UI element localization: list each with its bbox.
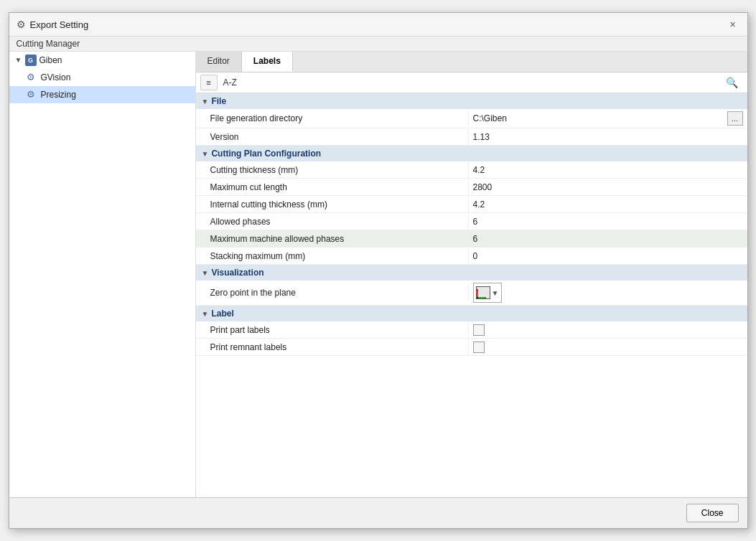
prop-value: … xyxy=(469,109,747,128)
print-remnant-labels-checkbox[interactable] xyxy=(473,342,485,353)
close-dialog-button[interactable]: Close xyxy=(686,504,739,522)
prop-value xyxy=(469,215,747,229)
gear-icon: ⚙ xyxy=(27,72,38,83)
zero-point-widget[interactable]: ▼ xyxy=(473,283,502,303)
subtitle-bar: Cutting Manager xyxy=(9,37,747,52)
prop-value xyxy=(469,322,747,338)
section-chevron-icon: ▼ xyxy=(202,269,209,277)
prop-label: Maximum cut length xyxy=(196,179,469,195)
section-visualization-label: Visualization xyxy=(211,268,263,278)
export-settings-dialog: ⚙ Export Setting × Cutting Manager ▼ G G… xyxy=(9,12,748,529)
section-file[interactable]: ▼ File xyxy=(196,93,747,109)
max-cut-length-input[interactable] xyxy=(473,182,743,192)
print-part-labels-checkbox[interactable] xyxy=(473,324,485,336)
dropdown-arrow-icon: ▼ xyxy=(492,289,499,297)
prop-stacking-max: Stacking maximum (mm) xyxy=(196,248,747,265)
tab-editor[interactable]: Editor xyxy=(196,52,242,72)
prop-value: ▼ xyxy=(469,281,747,305)
prop-label: Allowed phases xyxy=(196,214,469,230)
sidebar-item-label: GVision xyxy=(41,72,71,83)
max-machine-phases-input[interactable] xyxy=(473,234,743,244)
section-label-label: Label xyxy=(211,309,233,319)
version-input[interactable] xyxy=(473,132,743,142)
stacking-max-input[interactable] xyxy=(473,251,743,261)
prop-value-with-browse: … xyxy=(473,111,743,126)
settings-icon: ⚙ xyxy=(17,19,26,30)
prop-value xyxy=(469,180,747,194)
window-close-button[interactable]: × xyxy=(726,17,740,32)
section-cutting-plan-label: Cutting Plan Configuration xyxy=(211,149,321,159)
sidebar-item-presizing[interactable]: ⚙ Presizing xyxy=(9,86,195,103)
title-bar-left: ⚙ Export Setting xyxy=(17,19,89,30)
prop-internal-cutting-thickness: Internal cutting thickness (mm) xyxy=(196,196,747,213)
zero-point-inner xyxy=(476,286,490,299)
internal-cutting-thickness-input[interactable] xyxy=(473,199,743,210)
prop-value xyxy=(469,232,747,246)
allowed-phases-input[interactable] xyxy=(473,217,743,227)
sidebar: ▼ G Giben ⚙ GVision ⚙ Presizing xyxy=(9,52,196,497)
expand-arrow-icon: ▼ xyxy=(15,56,24,65)
prop-label: Version xyxy=(196,129,469,145)
toolbar: ≡ A-Z 🔍 xyxy=(196,72,747,93)
prop-label: Stacking maximum (mm) xyxy=(196,248,469,264)
prop-allowed-phases: Allowed phases xyxy=(196,213,747,230)
prop-value xyxy=(469,163,747,177)
prop-label: Print part labels xyxy=(196,322,469,338)
section-label[interactable]: ▼ Label xyxy=(196,306,747,321)
prop-value xyxy=(469,249,747,263)
sidebar-item-label: Giben xyxy=(39,55,62,65)
section-visualization[interactable]: ▼ Visualization xyxy=(196,265,747,281)
prop-max-cut-length: Maximum cut length xyxy=(196,179,747,196)
sidebar-item-label: Presizing xyxy=(41,90,76,100)
file-gen-dir-input[interactable] xyxy=(473,113,724,123)
search-button[interactable]: 🔍 xyxy=(722,75,743,90)
section-file-label: File xyxy=(211,96,226,106)
sidebar-item-gvision[interactable]: ⚙ GVision xyxy=(9,69,195,86)
prop-label: Zero point in the plane xyxy=(196,285,469,301)
subtitle-text: Cutting Manager xyxy=(17,39,80,49)
prop-label: Cutting thickness (mm) xyxy=(196,162,469,178)
prop-file-gen-dir: File generation directory … xyxy=(196,109,747,128)
prop-cutting-thickness: Cutting thickness (mm) xyxy=(196,161,747,179)
properties-area: ▼ File File generation directory … Versi… xyxy=(196,93,747,497)
zero-point-icon xyxy=(477,287,490,298)
cutting-thickness-input[interactable] xyxy=(473,165,743,175)
gear-icon: ⚙ xyxy=(27,89,38,100)
content-panel: Editor Labels ≡ A-Z 🔍 ▼ File File genera… xyxy=(196,52,747,497)
prop-value xyxy=(469,197,747,212)
footer: Close xyxy=(9,497,747,528)
prop-label: File generation directory xyxy=(196,110,469,126)
prop-value xyxy=(469,130,747,144)
main-area: ▼ G Giben ⚙ GVision ⚙ Presizing Editor L… xyxy=(9,52,747,497)
section-chevron-icon: ▼ xyxy=(202,310,209,318)
prop-value xyxy=(469,339,747,355)
prop-version: Version xyxy=(196,128,747,146)
sidebar-item-giben[interactable]: ▼ G Giben xyxy=(9,52,195,69)
giben-icon: G xyxy=(25,55,37,66)
prop-label: Internal cutting thickness (mm) xyxy=(196,197,469,212)
prop-max-machine-phases: Maximum machine allowed phases xyxy=(196,230,747,248)
prop-label: Maximum machine allowed phases xyxy=(196,231,469,247)
dialog-title: Export Setting xyxy=(30,19,89,30)
prop-print-remnant-labels: Print remnant labels xyxy=(196,339,747,356)
prop-label: Print remnant labels xyxy=(196,339,469,355)
tab-labels[interactable]: Labels xyxy=(242,52,293,72)
tabs: Editor Labels xyxy=(196,52,747,72)
section-chevron-icon: ▼ xyxy=(202,150,209,158)
az-sort-label[interactable]: A-Z xyxy=(220,77,240,88)
title-bar: ⚙ Export Setting × xyxy=(9,13,747,37)
prop-print-part-labels: Print part labels xyxy=(196,321,747,339)
browse-button[interactable]: … xyxy=(727,111,743,126)
section-chevron-icon: ▼ xyxy=(202,98,209,105)
prop-zero-point: Zero point in the plane xyxy=(196,281,747,306)
svg-point-4 xyxy=(477,297,479,299)
section-cutting-plan[interactable]: ▼ Cutting Plan Configuration xyxy=(196,146,747,161)
list-view-button[interactable]: ≡ xyxy=(200,75,218,90)
